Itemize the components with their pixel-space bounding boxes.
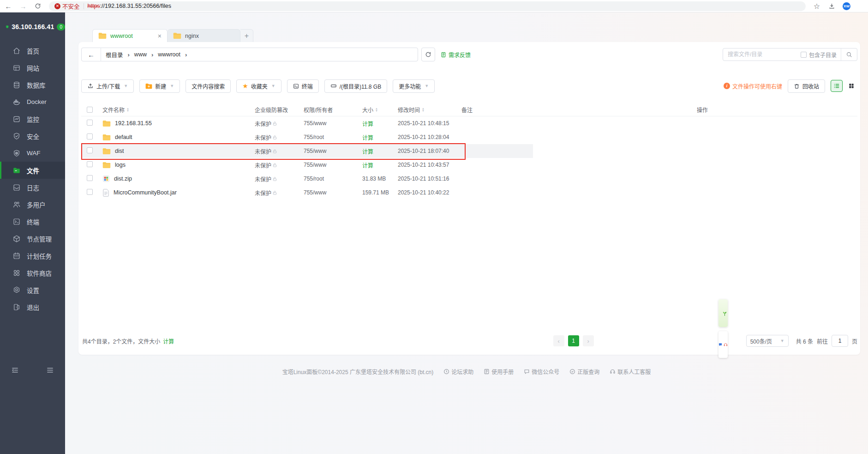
sidebar-item-计划任务[interactable]: 计划任务 [0,247,65,264]
table-row[interactable]: 192.168.31.55未保护755/www计算2025-10-21 10:4… [81,116,857,130]
file-name-link[interactable]: MicroCommunityBoot.jar [102,189,255,197]
downloads-icon[interactable] [828,2,835,10]
sidebar-item-多用户[interactable]: 多用户 [0,196,65,213]
sidebar-item-文件[interactable]: 文件 [0,162,65,179]
path-refresh-icon[interactable] [421,48,435,61]
search-input[interactable] [723,51,801,58]
breadcrumb-item[interactable]: 根目录 [101,50,128,59]
tab-nginx[interactable]: nginx [168,29,240,42]
row-checkbox[interactable] [81,120,102,127]
row-checkbox[interactable] [81,133,102,141]
sidebar-item-设置[interactable]: 设置 [0,281,65,298]
sidebar-item-数据库[interactable]: 数据库 [0,76,65,93]
menu-list-icon[interactable] [46,366,54,374]
browser-back-icon[interactable]: ← [5,2,12,10]
row-checkbox[interactable] [81,161,102,169]
sidebar-item-节点管理[interactable]: 节点管理 [0,230,65,247]
table-row[interactable]: dist未保护755/www计算2025-10-21 18:07:40 [81,144,857,158]
address-bar[interactable]: ✕ 不安全 https://192.168.31.55:20566/files [49,1,806,11]
file-name-link[interactable]: dist [102,148,255,155]
sidebar-item-软件商店[interactable]: 软件商店 [0,264,65,281]
table-row[interactable]: dist.zip未保护755/root31.83 MB2025-10-21 10… [81,172,857,186]
browser-avatar[interactable]: XW [843,2,850,10]
file-name-link[interactable]: logs [102,162,255,169]
checkbox-icon[interactable] [801,52,807,58]
select-all-checkbox[interactable] [81,107,102,113]
page-size-select[interactable]: 500条/页 ▼ [746,335,789,347]
tamper-protect-status[interactable]: 未保护 [255,120,304,127]
prev-page-button[interactable]: ‹ [553,335,564,346]
row-checkbox[interactable] [81,147,102,155]
sidebar-item-监控[interactable]: 监控 [0,110,65,127]
table-row[interactable]: MicroCommunityBoot.jar未保护755/www159.71 M… [81,186,857,200]
file-name-link[interactable]: 192.168.31.55 [102,120,255,127]
footer-link-正版查询[interactable]: 正版查询 [569,368,599,375]
column-header-修改时间[interactable]: 修改时间▲▼ [398,106,461,114]
tamper-protect-status[interactable]: 未保护 [255,189,304,197]
sidebar-item-WAF[interactable]: WAF [0,145,65,162]
sort-icon[interactable]: ▲▼ [375,108,378,112]
breadcrumb-item[interactable]: wwwroot [153,51,185,58]
column-header-文件名称[interactable]: 文件名称▲▼ [102,106,255,114]
file-size[interactable]: 计算 [362,147,398,155]
row-checkbox[interactable] [81,175,102,182]
file-size[interactable]: 计算 [362,161,398,169]
footer-link-使用手册[interactable]: 使用手册 [484,368,514,375]
table-row[interactable]: logs未保护755/www计算2025-10-21 10:43:57 [81,158,857,172]
message-count-badge[interactable]: 0 [57,24,65,30]
file-size[interactable]: 计算 [362,120,398,127]
favorites-button[interactable]: ★ 收藏夹▼ [236,79,281,93]
promo-activity-tab[interactable] [718,299,728,327]
browser-forward-icon[interactable]: → [19,2,27,10]
sidebar-item-安全[interactable]: 安全 [0,127,65,145]
sidebar-item-终端[interactable]: 终端 [0,213,65,230]
disk-button[interactable]: /(根目录)11.8 GB [324,79,387,93]
footer-link-论坛求助[interactable]: 论坛求助 [443,368,473,375]
table-row[interactable]: default未保护755/root计算2025-10-21 10:28:04 [81,130,857,144]
security-badge[interactable]: ✕ 不安全 [54,2,80,11]
tamper-protect-status[interactable]: 未保护 [255,133,304,141]
recycle-bin-button[interactable]: 回收站 [788,79,825,93]
footer-link-微信公众号[interactable]: 微信公众号 [524,368,559,375]
search-submit-button[interactable] [841,48,857,61]
file-size[interactable]: 计算 [362,133,398,141]
new-tab-button[interactable]: + [240,29,253,42]
feedback-link[interactable]: 需求反馈 [441,51,471,59]
current-page-button[interactable]: 1 [568,335,579,346]
column-header-大小[interactable]: 大小▲▼ [362,106,398,114]
sidebar-item-首页[interactable]: 首页 [0,42,65,59]
sidebar-item-网站[interactable]: 网站 [0,59,65,76]
sidebar-item-Docker[interactable]: Docker [0,93,65,110]
tamper-protect-status[interactable]: 未保护 [255,147,304,155]
sidebar-item-退出[interactable]: 退出 [0,298,65,315]
content-search-button[interactable]: 文件内容搜索 [186,79,231,93]
file-name-link[interactable]: dist.zip [102,175,255,182]
bookmark-star-icon[interactable]: ☆ [813,2,820,10]
terminal-button[interactable]: 终端 [287,79,319,93]
tab-wwwroot[interactable]: wwwroot× [92,29,168,42]
breadcrumb-item[interactable]: www [130,51,151,58]
upload-download-button[interactable]: 上传/下载▼ [81,79,134,93]
new-button[interactable]: 新建▼ [139,79,180,93]
include-subdir-checkbox[interactable]: 包含子目录 [801,51,841,59]
grid-view-button[interactable] [845,80,857,92]
browser-refresh-icon[interactable] [34,2,42,10]
promo-service-tab[interactable] [718,331,728,358]
path-back-icon[interactable]: ← [82,48,101,61]
file-name-link[interactable]: default [102,134,255,141]
sort-icon[interactable]: ▲▼ [126,108,129,112]
collapse-sidebar-icon[interactable] [11,366,19,374]
tamper-protect-status[interactable]: 未保护 [255,161,304,169]
goto-page-input[interactable] [832,335,848,347]
list-view-button[interactable] [831,80,843,92]
sort-icon[interactable]: ▲▼ [422,108,425,112]
tamper-protect-status[interactable]: 未保护 [255,175,304,183]
row-checkbox[interactable] [81,189,102,196]
footer-link-联系人工客服[interactable]: 联系人工客服 [610,368,651,375]
path-bar[interactable]: ← 根目录›www›wwwroot› [81,48,418,61]
more-functions-button[interactable]: 更多功能▼ [393,79,435,93]
sidebar-item-日志[interactable]: 日志 [0,179,65,196]
next-page-button[interactable]: › [583,335,594,346]
summary-calc-link[interactable]: 计算 [163,337,174,345]
close-icon[interactable]: × [158,32,162,40]
